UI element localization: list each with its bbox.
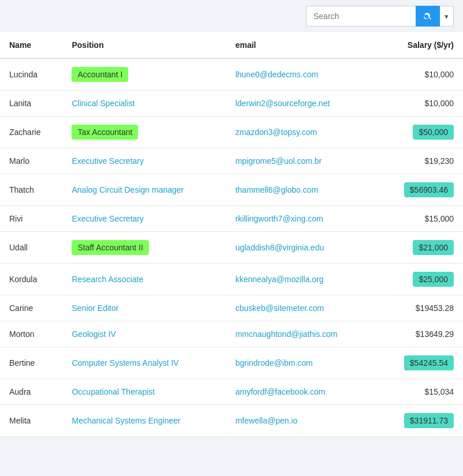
cell-name: Zacharie [0,117,62,148]
table-row: LucindaAccountant Ilhune0@dedecms.com$10… [0,58,463,91]
cell-email: thammell6@globo.com [226,174,378,206]
cell-email: kkennealya@mozilla.org [226,264,378,295]
cell-name: Lucinda [0,58,62,91]
cell-name: Marlo [0,148,62,174]
table-row: UdallStaff Accountant IIugladdish8@virgi… [0,232,463,264]
table-header-row: Name Position email Salary ($/yr) [0,32,463,58]
col-header-position: Position [62,32,226,58]
search-icon [423,12,432,21]
cell-salary: $54245.54 [378,347,463,379]
search-dropdown-button[interactable]: ▾ [440,6,454,27]
cell-position: Executive Secretary [62,206,226,232]
cell-salary: $50,000 [378,117,463,148]
search-input[interactable] [306,6,416,27]
table-row: LanitaClinical Specialistlderwin2@source… [0,91,463,117]
table-row: CarineSenior Editorcbuskeb@sitemeter.com… [0,295,463,321]
cell-position: Staff Accountant II [62,232,226,264]
col-header-name: Name [0,32,62,58]
cell-position: Geologist IV [62,321,226,347]
cell-name: Kordula [0,264,62,295]
top-bar: ▾ [0,0,463,32]
cell-salary: $31911.73 [378,405,463,437]
cell-name: Udall [0,232,62,264]
table-row: MortonGeologist IVmmcnaughtond@jiathis.c… [0,321,463,347]
cell-salary: $21,000 [378,232,463,264]
cell-salary: $56903.46 [378,174,463,206]
cell-name: Bertine [0,347,62,379]
cell-name: Audra [0,379,62,405]
cell-position: Executive Secretary [62,148,226,174]
search-button[interactable] [416,6,440,27]
cell-name: Melita [0,405,62,437]
cell-email: zmazdon3@topsy.com [226,117,378,148]
cell-position: Accountant I [62,58,226,91]
table-row: MelitaMechanical Systems Engineermfewell… [0,405,463,437]
cell-name: Morton [0,321,62,347]
cell-salary: $15,034 [378,379,463,405]
col-header-salary: Salary ($/yr) [378,32,463,58]
cell-name: Lanita [0,91,62,117]
table-row: RiviExecutive Secretaryrkillingworth7@xi… [0,206,463,232]
cell-position: Mechanical Systems Engineer [62,405,226,437]
cell-email: bgrindrode@ibm.com [226,347,378,379]
cell-position: Computer Systems Analyst IV [62,347,226,379]
table-row: AudraOccupational Therapistamyfordf@face… [0,379,463,405]
cell-salary: $10,000 [378,58,463,91]
cell-name: Thatch [0,174,62,206]
cell-position: Analog Circuit Design manager [62,174,226,206]
table-row: ThatchAnalog Circuit Design managerthamm… [0,174,463,206]
cell-salary: $10,000 [378,91,463,117]
cell-email: lhune0@dedecms.com [226,58,378,91]
cell-salary: $15,000 [378,206,463,232]
cell-position: Clinical Specialist [62,91,226,117]
cell-salary: $25,000 [378,264,463,295]
cell-name: Rivi [0,206,62,232]
cell-email: amyfordf@facebook.com [226,379,378,405]
cell-position: Occupational Therapist [62,379,226,405]
table-row: BertineComputer Systems Analyst IVbgrind… [0,347,463,379]
table-container: Name Position email Salary ($/yr) Lucind… [0,32,463,437]
table-row: ZacharieTax Accountantzmazdon3@topsy.com… [0,117,463,148]
cell-email: cbuskeb@sitemeter.com [226,295,378,321]
cell-name: Carine [0,295,62,321]
cell-email: mpigrome5@uol.com.br [226,148,378,174]
table-row: MarloExecutive Secretarympigrome5@uol.co… [0,148,463,174]
cell-email: ugladdish8@virginia.edu [226,232,378,264]
cell-email: lderwin2@sourceforge.net [226,91,378,117]
cell-salary: $13649.29 [378,321,463,347]
cell-position: Tax Accountant [62,117,226,148]
col-header-email: email [226,32,378,58]
cell-position: Research Associate [62,264,226,295]
cell-salary: $19453.28 [378,295,463,321]
chevron-down-icon: ▾ [445,12,449,21]
search-wrapper: ▾ [306,6,454,27]
data-table: Name Position email Salary ($/yr) Lucind… [0,32,463,437]
table-row: KordulaResearch Associatekkennealya@mozi… [0,264,463,295]
cell-email: mmcnaughtond@jiathis.com [226,321,378,347]
cell-salary: $19,230 [378,148,463,174]
cell-email: rkillingworth7@xing.com [226,206,378,232]
cell-email: mfewella@pen.io [226,405,378,437]
cell-position: Senior Editor [62,295,226,321]
